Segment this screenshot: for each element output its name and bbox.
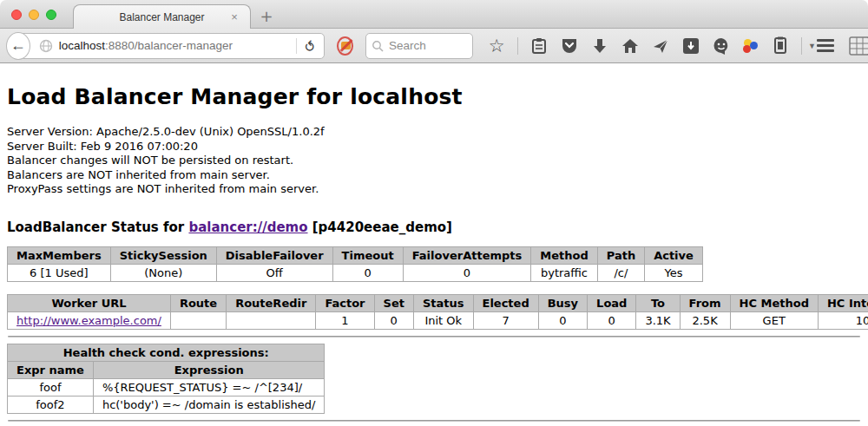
minimize-window-button[interactable] xyxy=(29,10,39,20)
persist-note-line: Balancer changes will NOT be persisted o… xyxy=(7,154,861,168)
table-row: foof %{REQUEST_STATUS} =~ /^[234]/ xyxy=(8,378,325,396)
worker-url-link[interactable]: http://www.example.com/ xyxy=(16,314,161,327)
table-header-row: MaxMembers StickySession DisableFailover… xyxy=(8,246,703,264)
health-check-table: Health check cond. expressions: Expr nam… xyxy=(7,344,325,414)
color-dots-icon[interactable] xyxy=(742,37,760,55)
balancer-demo-link[interactable]: balancer://demo xyxy=(188,220,307,235)
tab-title: Balancer Manager xyxy=(119,11,204,23)
navigation-toolbar: ← localhost:8880/balancer-manager ⟳ xyxy=(0,29,868,63)
downloads-icon[interactable] xyxy=(590,36,609,56)
balancer-status-heading: LoadBalancer Status for balancer://demo … xyxy=(7,220,861,235)
server-version-line: Server Version: Apache/2.5.0-dev (Unix) … xyxy=(7,125,861,140)
page-content: Load Balancer Manager for localhost Serv… xyxy=(0,63,868,426)
server-built-line: Server Built: Feb 9 2016 07:00:20 xyxy=(7,140,861,154)
back-button[interactable]: ← xyxy=(6,32,30,60)
horizontal-rule xyxy=(8,420,860,422)
search-input[interactable] xyxy=(389,39,467,52)
new-tab-button[interactable]: + xyxy=(257,7,276,26)
tab-strip: Balancer Manager × + xyxy=(0,0,868,29)
addon-box-icon[interactable] xyxy=(681,36,700,56)
forum-smiley-icon[interactable] xyxy=(712,36,731,56)
reload-icon[interactable]: ⟳ xyxy=(301,40,318,51)
inherit-note-line: Balancers are NOT inherited from main se… xyxy=(7,168,861,183)
toolbar-separator xyxy=(801,37,802,55)
table-row: http://www.example.com/ 1 0 Init Ok 7 0 … xyxy=(8,311,868,329)
globe-icon xyxy=(39,39,53,53)
close-window-button[interactable] xyxy=(11,10,22,20)
horizontal-rule xyxy=(8,336,860,338)
urlbar-divider xyxy=(296,38,297,54)
pocket-icon[interactable] xyxy=(560,36,579,56)
bookmark-star-icon[interactable]: ☆ xyxy=(487,36,506,56)
apps-grid-icon[interactable] xyxy=(849,36,868,56)
table-row: 6 [1 Used] (None) Off 0 0 bytraffic /c/ … xyxy=(8,264,703,281)
search-bar[interactable] xyxy=(365,33,473,59)
toolbar-separator xyxy=(517,37,518,55)
home-icon[interactable] xyxy=(621,36,640,56)
proxypass-note-line: ProxyPass settings are NOT inherited fro… xyxy=(7,182,861,197)
url-host: localhost xyxy=(59,39,105,52)
zoom-window-button[interactable] xyxy=(46,10,56,20)
send-plane-icon[interactable] xyxy=(651,36,670,56)
url-bar[interactable]: localhost:8880/balancer-manager ⟳ xyxy=(16,33,326,59)
tab-close-icon[interactable]: × xyxy=(227,10,241,24)
overflow-caret-icon[interactable]: ▼ xyxy=(808,42,816,50)
clipboard-battery-icon[interactable] xyxy=(771,36,790,56)
toolbar-buttons: ☆ xyxy=(487,36,816,56)
browser-chrome: Balancer Manager × + ← localhost:8880/ba… xyxy=(0,0,868,63)
page-title: Load Balancer Manager for localhost xyxy=(7,84,861,109)
table-caption-row: Health check cond. expressions: xyxy=(8,344,325,361)
url-text: localhost:8880/balancer-manager xyxy=(59,39,233,52)
table-header-row: Worker URL Route RouteRedir Factor Set S… xyxy=(8,294,868,311)
window-controls xyxy=(11,10,56,20)
toolbar-right xyxy=(816,36,868,56)
plugin-blocked-icon[interactable] xyxy=(337,36,353,56)
url-path: :8880/balancer-manager xyxy=(105,39,233,52)
table-header-row: Expr name Expression xyxy=(8,361,325,378)
worker-status-table: Worker URL Route RouteRedir Factor Set S… xyxy=(7,294,868,330)
table-row: foof2 hc('body') =~ /domain is establish… xyxy=(8,396,325,413)
tab-balancer-manager[interactable]: Balancer Manager × xyxy=(73,4,251,29)
server-info: Server Version: Apache/2.5.0-dev (Unix) … xyxy=(7,125,861,197)
search-icon xyxy=(372,40,384,52)
menu-icon[interactable] xyxy=(816,36,835,56)
balancer-settings-table: MaxMembers StickySession DisableFailover… xyxy=(7,246,703,282)
reading-list-icon[interactable] xyxy=(529,36,549,56)
